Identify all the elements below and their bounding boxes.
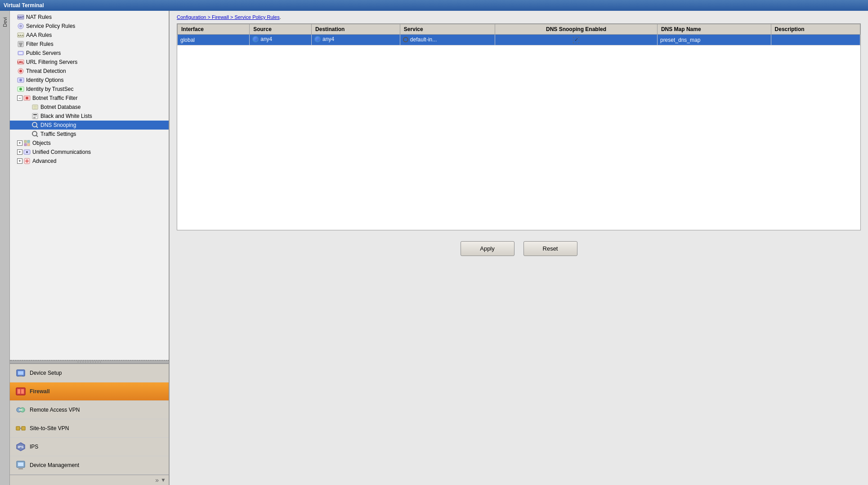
sidebar-divider: · · · · · · · · · · (10, 360, 169, 364)
title-bar-label: Virtual Terminal (4, 2, 44, 9)
svg-line-30 (36, 126, 38, 128)
cell-description (771, 35, 860, 45)
svg-point-31 (32, 131, 37, 136)
svg-rect-26 (33, 114, 37, 115)
nav-site-vpn-label: Site-to-Site VPN (30, 425, 69, 431)
svg-point-17 (19, 79, 22, 81)
svg-rect-51 (16, 427, 20, 430)
sidebar-item-bw-lists[interactable]: Black and White Lists (10, 112, 169, 121)
sidebar-item-objects[interactable]: + Objects (10, 139, 169, 148)
service-policy-label: Service Policy Rules (26, 23, 75, 29)
nav-footer: » ▼ (10, 475, 169, 485)
sidebar-item-dns-snooping[interactable]: DNS Snooping (10, 121, 169, 130)
identity-trustsec-label: Identity by TrustSec (26, 86, 73, 92)
title-bar: Virtual Terminal (0, 0, 868, 11)
destination-globe-icon (314, 36, 321, 42)
objects-expander[interactable]: + (17, 140, 22, 146)
col-dns-map: DNS Map Name (657, 24, 771, 35)
identity-options-label: Identity Options (26, 77, 63, 83)
vertical-tab-item[interactable]: Devi (1, 14, 9, 30)
breadcrumb-link[interactable]: Configuration > Firewall > Service Polic… (177, 14, 280, 20)
public-servers-label: Public Servers (26, 50, 61, 56)
sidebar-item-botnet-database[interactable]: Botnet Database (10, 103, 169, 112)
nav-buttons: Device Setup Firewall Remote Access VPN … (10, 364, 169, 475)
col-interface: Interface (178, 24, 250, 35)
sidebar-item-filter-rules[interactable]: Filter Rules (10, 40, 169, 49)
nav-button-firewall[interactable]: Firewall (10, 382, 169, 401)
botnet-database-icon (31, 103, 39, 111)
botnet-filter-icon (23, 94, 31, 102)
sidebar-item-public-servers[interactable]: Public Servers (10, 49, 169, 58)
table-row[interactable]: global any4 any (178, 35, 860, 45)
sidebar-item-advanced[interactable]: + Advanced (10, 157, 169, 166)
sidebar-item-identity-trustsec[interactable]: Identity by TrustSec (10, 85, 169, 94)
svg-rect-50 (19, 409, 22, 411)
sidebar-item-url-filtering[interactable]: URL URL Filtering Servers (10, 58, 169, 67)
nat-rules-label: NAT Rules (26, 14, 52, 20)
table-header-row: Interface Source Destination Service DNS… (178, 24, 860, 35)
sidebar-item-traffic-settings[interactable]: Traffic Settings (10, 130, 169, 139)
svg-point-15 (19, 70, 22, 72)
svg-text:URL: URL (18, 61, 24, 64)
svg-point-29 (32, 122, 37, 127)
nav-button-remote-vpn[interactable]: Remote Access VPN (10, 401, 169, 419)
unified-comms-label: Unified Communications (32, 149, 91, 155)
sidebar-item-unified-comms[interactable]: + Unified Communications (10, 148, 169, 157)
unified-comms-expander[interactable]: + (17, 149, 22, 155)
svg-rect-28 (33, 117, 36, 118)
nav-button-site-vpn[interactable]: Site-to-Site VPN (10, 419, 169, 438)
dns-snooping-checkbox: ✓ (573, 37, 579, 43)
nav-button-device-mgmt[interactable]: Device Management (10, 456, 169, 475)
nav-button-ips[interactable]: IPS IPS (10, 438, 169, 456)
filter-rules-icon (17, 40, 24, 48)
identity-options-icon (17, 76, 24, 84)
svg-point-21 (26, 97, 28, 99)
source-value: any4 (260, 36, 272, 42)
public-servers-icon (17, 49, 24, 57)
sidebar-item-identity-options[interactable]: Identity Options (10, 76, 169, 85)
botnet-filter-expander[interactable]: − (17, 95, 22, 101)
content-area: Interface Source Destination Service DNS… (170, 23, 868, 485)
reset-button[interactable]: Reset (523, 241, 577, 256)
nav-button-device-setup[interactable]: Device Setup (10, 364, 169, 382)
objects-label: Objects (32, 140, 51, 146)
svg-rect-58 (18, 468, 23, 469)
remote-vpn-icon (15, 404, 26, 415)
data-table: Interface Source Destination Service DNS… (177, 24, 860, 45)
svg-point-19 (19, 88, 22, 90)
svg-rect-24 (33, 108, 37, 108)
botnet-database-label: Botnet Database (40, 104, 81, 110)
svg-rect-44 (19, 376, 22, 377)
col-dns-snooping: DNS Snooping Enabled (495, 24, 658, 35)
url-filtering-icon: URL (17, 58, 24, 66)
svg-rect-35 (24, 144, 27, 146)
identity-trustsec-icon (17, 85, 24, 93)
device-setup-icon (15, 368, 26, 378)
nav-ips-label: IPS (30, 444, 38, 450)
nav-firewall-label: Firewall (30, 388, 50, 395)
sidebar-item-botnet-filter[interactable]: − Botnet Traffic Filter (10, 94, 169, 103)
svg-rect-52 (22, 427, 25, 430)
expand-icon[interactable]: » (155, 476, 159, 484)
col-service: Service (400, 24, 495, 35)
sidebar-item-nat-rules[interactable]: NAT NAT Rules (10, 13, 169, 22)
svg-rect-57 (18, 463, 23, 466)
bw-lists-icon (31, 112, 39, 120)
sidebar-item-service-policy-rules[interactable]: Service Policy Rules (10, 22, 169, 31)
apply-button[interactable]: Apply (461, 241, 515, 256)
sidebar-item-aaa-rules[interactable]: AAA AAA Rules (10, 31, 169, 40)
sidebar: NAT NAT Rules Service Policy Rules AAA A… (10, 11, 170, 485)
dns-snooping-label: DNS Snooping (40, 122, 76, 128)
cell-service: default-in... (400, 35, 495, 45)
traffic-settings-label: Traffic Settings (40, 131, 76, 137)
device-mgmt-icon (15, 460, 26, 471)
destination-value: any4 (322, 36, 334, 42)
col-destination: Destination (312, 24, 400, 35)
collapse-icon[interactable]: ▼ (161, 477, 166, 483)
main-content: Configuration > Firewall > Service Polic… (170, 11, 868, 485)
sidebar-item-threat-detection[interactable]: Threat Detection (10, 67, 169, 76)
advanced-expander[interactable]: + (17, 158, 22, 164)
aaa-rules-icon: AAA (17, 31, 24, 39)
advanced-icon (23, 157, 31, 165)
nav-device-mgmt-label: Device Management (30, 462, 79, 468)
